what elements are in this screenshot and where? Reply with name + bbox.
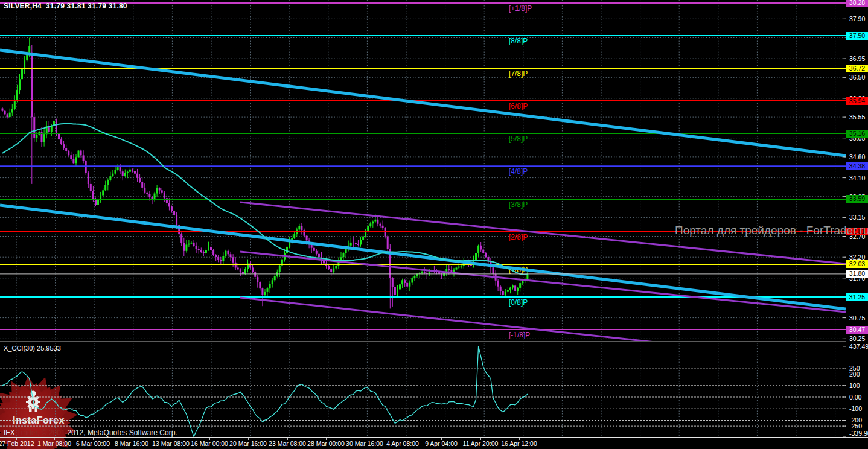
time-axis-label: 4 Apr 08:00 [386, 440, 419, 447]
time-axis-label: 20 Mar 16:00 [229, 440, 267, 447]
murrey-price-badge: 35.16 [846, 130, 868, 138]
time-axis-label: 27 Feb 2012 [0, 440, 34, 447]
murrey-price-badge: 37.50 [846, 32, 868, 40]
murrey-label: [8/8]P [509, 37, 528, 45]
time-axis-label: 11 Apr 20:00 [463, 440, 499, 447]
price-axis-label: 36.50 [849, 74, 865, 81]
murrey-price-badge: 33.59 [846, 195, 868, 203]
time-axis[interactable]: 27 Feb 20121 Mar 08:006 Mar 00:008 Mar 1… [0, 438, 868, 449]
cci-indicator-label: X_CCI(30) 25.9533 [4, 345, 61, 352]
murrey-label: [4/8]P [509, 167, 528, 176]
time-axis-label: 30 Mar 16:00 [346, 440, 383, 447]
time-axis-label: 16 Mar 00:00 [191, 440, 228, 447]
main-chart-pane[interactable]: [+1/8]P[8/8]P[7/8]P[6/8]P[5/8]P[4/8]P[3/… [0, 0, 846, 342]
copyright-text: IFX Trader, © 2001-2012, MetaQuotes Soft… [4, 428, 177, 437]
pane-separator-highlight[interactable] [0, 342, 868, 342]
cci-axis-label: 200 [849, 371, 860, 378]
copyright-trader: Trader, © 2001 [17, 428, 65, 437]
copyright-ifx: IFX [4, 428, 17, 437]
trendline[interactable] [0, 50, 846, 156]
cci-indicator-pane[interactable] [0, 343, 846, 437]
fortrader-watermark: Портал для трейдеров - ForTrader.ru [675, 224, 868, 237]
time-axis-label: 6 Mar 00:00 [76, 440, 110, 447]
channel-trendline[interactable] [240, 252, 846, 312]
time-axis-label: 13 Mar 08:00 [152, 440, 190, 447]
price-axis-label: 33.15 [849, 214, 865, 221]
price-axis-label: 30.75 [849, 314, 865, 322]
murrey-label: [5/8]P [509, 135, 528, 143]
copyright-metaquotes: -2012, MetaQuotes Software Corp. [65, 428, 177, 437]
cci-axis-label: -339.963 [849, 430, 868, 437]
murrey-label: [2/8]P [509, 233, 528, 241]
murrey-price-badge: 30.47 [846, 326, 868, 334]
murrey-price-badge: 32.03 [846, 260, 868, 268]
cci-line [2, 346, 528, 437]
cci-axis-label: 437.498 [849, 343, 868, 350]
cci-axis-label: -100 [849, 405, 862, 412]
channel-trendline[interactable] [240, 298, 846, 342]
cci-axis-label: -250 [849, 422, 862, 430]
time-axis-label: 16 Apr 12:00 [501, 440, 537, 447]
time-axis-label: 28 Mar 00:00 [307, 440, 345, 447]
time-axis-label: 1 Mar 08:00 [37, 440, 71, 447]
murrey-label: [+1/8]P [509, 4, 532, 13]
murrey-label: [0/8]P [509, 298, 528, 307]
cci-axis-label: 100 [849, 382, 860, 389]
price-axis-label: 34.10 [849, 174, 865, 182]
current-price-badge: 31.80 [846, 270, 868, 278]
time-axis-label: 9 Apr 04:00 [425, 440, 458, 447]
murrey-price-badge: 31.25 [846, 293, 868, 301]
murrey-price-badge: 38.28 [846, 0, 868, 7]
price-axis-label: 35.55 [849, 113, 865, 121]
price-axis[interactable]: 37.9036.9536.5036.0035.5535.0534.6034.10… [846, 0, 868, 437]
price-axis-label: 34.60 [849, 153, 865, 161]
price-axis-label: 30.25 [849, 335, 865, 342]
murrey-label: [7/8]P [509, 69, 528, 78]
murrey-label: [-1/8]P [509, 331, 530, 339]
time-axis-label: 23 Mar 08:00 [269, 440, 306, 447]
murrey-price-badge: 35.94 [846, 97, 868, 105]
chart-title: SILVER,H4 31.79 31.81 31.79 31.80 [4, 2, 127, 10]
price-axis-label: 37.90 [849, 15, 865, 22]
murrey-label: [6/8]P [509, 102, 528, 110]
time-axis-separator [0, 437, 868, 438]
murrey-price-badge: 36.72 [846, 65, 868, 72]
cci-axis-label: 0.00 [849, 393, 861, 401]
time-axis-label: 8 Mar 16:00 [115, 440, 148, 447]
price-axis-label: 36.95 [849, 55, 865, 62]
mt4-chart-window: InstaForex [+1/8]P[8/8]P[7/8]P[6/8]P[5/8… [0, 0, 868, 449]
murrey-price-badge: 34.38 [846, 162, 868, 170]
murrey-label: [3/8]P [509, 200, 528, 209]
